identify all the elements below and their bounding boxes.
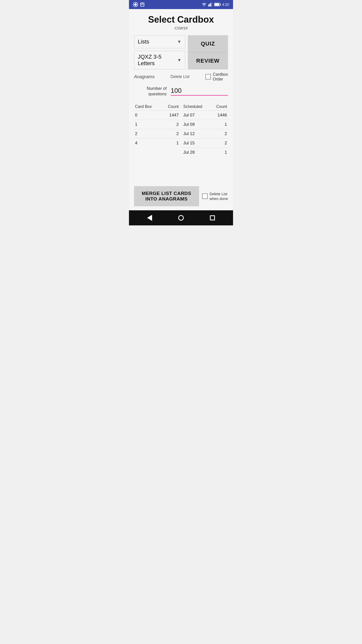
tables-container: Card Box Count 01447122241 Scheduled Cou… bbox=[134, 103, 228, 157]
questions-row: Number ofquestions bbox=[134, 86, 228, 97]
main-content: Select Cardbox CSW19 Lists ▼ JQXZ 3-5 Le… bbox=[129, 9, 233, 184]
lists-dropdown-arrow: ▼ bbox=[177, 39, 182, 45]
cardbox-order-label: CardboxOrder bbox=[213, 72, 228, 82]
status-bar-left bbox=[133, 2, 145, 7]
scheduled-date-cell: Jul 28 bbox=[182, 148, 211, 157]
cardbox-cell: 2 bbox=[134, 129, 161, 138]
battery-icon bbox=[214, 3, 221, 6]
scheduled-date-cell: Jul 12 bbox=[182, 129, 211, 138]
questions-input-wrapper bbox=[171, 87, 228, 96]
wordlist-dropdown[interactable]: JQXZ 3-5 Letters ▼ bbox=[134, 51, 185, 69]
scheduled-table-section: Scheduled Count Jul 071446Jul 091Jul 122… bbox=[182, 103, 228, 157]
scheduled-count-cell: 1446 bbox=[211, 110, 228, 120]
wordlist-dropdown-label: JQXZ 3-5 Letters bbox=[138, 54, 177, 67]
bottom-area: MERGE LIST CARDS INTO ANAGRAMS Delete Li… bbox=[129, 184, 233, 210]
cardbox-col-header: Card Box bbox=[134, 103, 161, 111]
lists-dropdown[interactable]: Lists ▼ bbox=[134, 35, 185, 48]
delete-when-done-checkbox[interactable] bbox=[202, 193, 208, 199]
page-title: Select Cardbox bbox=[134, 14, 228, 25]
svg-rect-7 bbox=[209, 4, 210, 7]
home-icon bbox=[178, 215, 184, 221]
back-icon bbox=[147, 215, 152, 221]
scheduled-count-cell: 2 bbox=[211, 129, 228, 138]
status-bar: 4:20 bbox=[129, 0, 233, 9]
count-col-header: Count bbox=[161, 103, 180, 111]
scheduled-date-cell: Jul 15 bbox=[182, 138, 211, 148]
svg-rect-11 bbox=[214, 4, 219, 6]
merge-row: MERGE LIST CARDS INTO ANAGRAMS Delete Li… bbox=[134, 186, 228, 206]
questions-input[interactable] bbox=[171, 87, 228, 95]
review-button[interactable]: REVIEW bbox=[188, 53, 228, 70]
title-section: Select Cardbox CSW19 bbox=[134, 14, 228, 30]
anagrams-row: Anagrams Delete List CardboxOrder bbox=[134, 72, 228, 82]
cardbox-cell: 1 bbox=[134, 120, 161, 129]
count-cell: 1447 bbox=[161, 110, 180, 120]
questions-label: Number ofquestions bbox=[134, 86, 167, 97]
status-time: 4:20 bbox=[222, 3, 229, 7]
cardbox-table: Card Box Count 01447122241 bbox=[134, 103, 180, 148]
recents-icon bbox=[210, 215, 215, 220]
merge-button[interactable]: MERGE LIST CARDS INTO ANAGRAMS bbox=[134, 186, 199, 206]
sim-icon bbox=[140, 2, 145, 7]
status-bar-right: 4:20 bbox=[202, 3, 229, 7]
svg-rect-9 bbox=[211, 3, 212, 7]
scheduled-date-cell: Jul 09 bbox=[182, 120, 211, 129]
recents-button[interactable] bbox=[210, 215, 215, 220]
count-cell: 2 bbox=[161, 120, 180, 129]
delete-when-done-container[interactable]: Delete Listwhen done bbox=[202, 191, 228, 201]
cardbox-cell: 4 bbox=[134, 138, 161, 148]
delete-when-done-label: Delete Listwhen done bbox=[210, 191, 228, 201]
signal-icon bbox=[208, 3, 213, 7]
nav-bar bbox=[129, 210, 233, 225]
svg-rect-12 bbox=[220, 4, 221, 5]
quiz-button[interactable]: QUIZ bbox=[188, 35, 228, 53]
scheduled-table: Scheduled Count Jul 071446Jul 091Jul 122… bbox=[182, 103, 228, 157]
svg-rect-4 bbox=[143, 4, 143, 5]
table-row: Jul 281 bbox=[182, 148, 228, 157]
svg-rect-8 bbox=[210, 3, 211, 7]
delete-list-label[interactable]: Delete List bbox=[170, 74, 190, 79]
table-row: Jul 122 bbox=[182, 129, 228, 138]
svg-rect-6 bbox=[208, 5, 209, 7]
action-buttons: QUIZ REVIEW bbox=[188, 35, 228, 69]
svg-point-1 bbox=[134, 3, 137, 6]
table-row: Jul 091 bbox=[182, 120, 228, 129]
wordlist-dropdown-arrow: ▼ bbox=[177, 58, 182, 63]
svg-point-5 bbox=[204, 6, 204, 6]
cardbox-order-checkbox[interactable] bbox=[205, 74, 211, 79]
scheduled-col-header: Scheduled bbox=[182, 103, 211, 111]
count-cell: 1 bbox=[161, 138, 180, 148]
cardbox-order-container[interactable]: CardboxOrder bbox=[205, 72, 228, 82]
table-row: Jul 152 bbox=[182, 138, 228, 148]
table-row: 12 bbox=[134, 120, 180, 129]
scheduled-count-cell: 2 bbox=[211, 138, 228, 148]
scheduled-count-col-header: Count bbox=[211, 103, 228, 111]
back-button[interactable] bbox=[147, 215, 152, 221]
cardbox-cell: 0 bbox=[134, 110, 161, 120]
dropdown-container: Lists ▼ JQXZ 3-5 Letters ▼ bbox=[134, 35, 185, 69]
home-button[interactable] bbox=[178, 215, 184, 221]
anagrams-label: Anagrams bbox=[134, 74, 155, 79]
count-cell: 2 bbox=[161, 129, 180, 138]
table-row: Jul 071446 bbox=[182, 110, 228, 120]
page-subtitle: CSW19 bbox=[134, 26, 228, 30]
controls-row: Lists ▼ JQXZ 3-5 Letters ▼ QUIZ REVIEW bbox=[134, 35, 228, 69]
cardbox-table-section: Card Box Count 01447122241 bbox=[134, 103, 180, 157]
scheduled-count-cell: 1 bbox=[211, 120, 228, 129]
scheduled-count-cell: 1 bbox=[211, 148, 228, 157]
scheduled-date-cell: Jul 07 bbox=[182, 110, 211, 120]
wifi-icon bbox=[202, 3, 207, 7]
table-row: 41 bbox=[134, 138, 180, 148]
svg-rect-3 bbox=[141, 4, 142, 5]
record-icon bbox=[133, 2, 138, 7]
table-row: 22 bbox=[134, 129, 180, 138]
table-row: 01447 bbox=[134, 110, 180, 120]
lists-dropdown-label: Lists bbox=[138, 38, 149, 45]
